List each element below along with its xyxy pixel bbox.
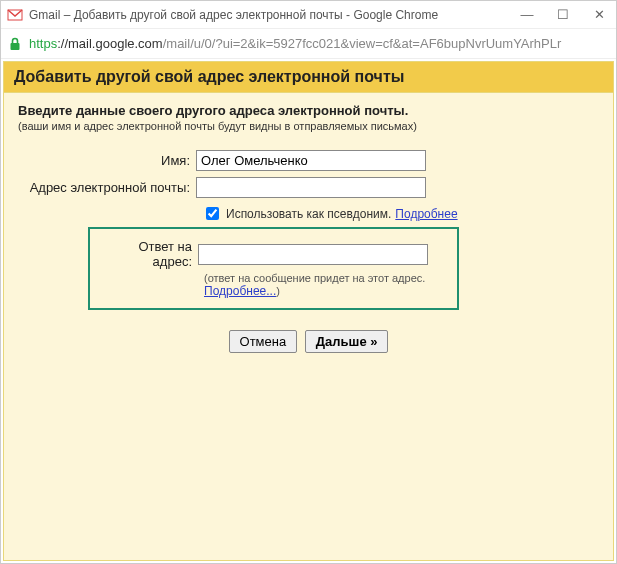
- reply-hint-suffix: ): [276, 285, 280, 297]
- name-input[interactable]: [196, 150, 426, 171]
- svg-rect-1: [11, 43, 20, 50]
- reply-hint-prefix: (ответ на сообщение придет на этот адрес…: [204, 272, 425, 284]
- reply-to-box: Ответ на адрес: (ответ на сообщение прид…: [88, 227, 459, 310]
- alias-more-link[interactable]: Подробнее: [395, 207, 457, 221]
- lock-icon: [9, 37, 23, 51]
- alias-row: Использовать как псевдоним. Подробнее: [202, 204, 599, 223]
- email-input[interactable]: [196, 177, 426, 198]
- maximize-button[interactable]: ☐: [554, 8, 572, 21]
- browser-window: Gmail – Добавить другой свой адрес элект…: [0, 0, 617, 564]
- button-row: Отмена Дальше »: [18, 330, 599, 353]
- name-row: Имя:: [18, 150, 599, 171]
- cancel-button[interactable]: Отмена: [229, 330, 298, 353]
- window-controls: — ☐ ✕: [518, 8, 610, 21]
- intro-title: Введите данные своего другого адреса эле…: [18, 103, 599, 118]
- url-path: /mail/u/0/?ui=2&ik=5927fcc021&view=cf&at…: [163, 36, 562, 51]
- gmail-favicon: [7, 7, 23, 23]
- next-button[interactable]: Дальше »: [305, 330, 389, 353]
- form-container: Введите данные своего другого адреса эле…: [4, 93, 613, 363]
- reply-input[interactable]: [198, 244, 428, 265]
- url-protocol: https: [29, 36, 57, 51]
- reply-hint: (ответ на сообщение придет на этот адрес…: [204, 272, 445, 298]
- close-button[interactable]: ✕: [590, 8, 608, 21]
- alias-label: Использовать как псевдоним.: [226, 207, 391, 221]
- url-host: ://mail.google.com: [57, 36, 163, 51]
- form-area: Имя: Адрес электронной почты: Использова…: [18, 150, 599, 353]
- email-label: Адрес электронной почты:: [18, 180, 196, 195]
- email-row: Адрес электронной почты:: [18, 177, 599, 198]
- page-heading: Добавить другой свой адрес электронной п…: [4, 62, 613, 93]
- window-title: Gmail – Добавить другой свой адрес элект…: [29, 8, 518, 22]
- reply-label: Ответ на адрес:: [98, 239, 198, 269]
- reply-row: Ответ на адрес:: [98, 239, 445, 269]
- minimize-button[interactable]: —: [518, 8, 536, 21]
- page-content: Добавить другой свой адрес электронной п…: [3, 61, 614, 561]
- window-titlebar: Gmail – Добавить другой свой адрес элект…: [1, 1, 616, 29]
- name-label: Имя:: [18, 153, 196, 168]
- address-bar[interactable]: https://mail.google.com/mail/u/0/?ui=2&i…: [1, 29, 616, 59]
- reply-more-link[interactable]: Подробнее...: [204, 284, 276, 298]
- alias-checkbox[interactable]: [206, 207, 219, 220]
- intro-subtitle: (ваши имя и адрес электронной почты буду…: [18, 120, 599, 132]
